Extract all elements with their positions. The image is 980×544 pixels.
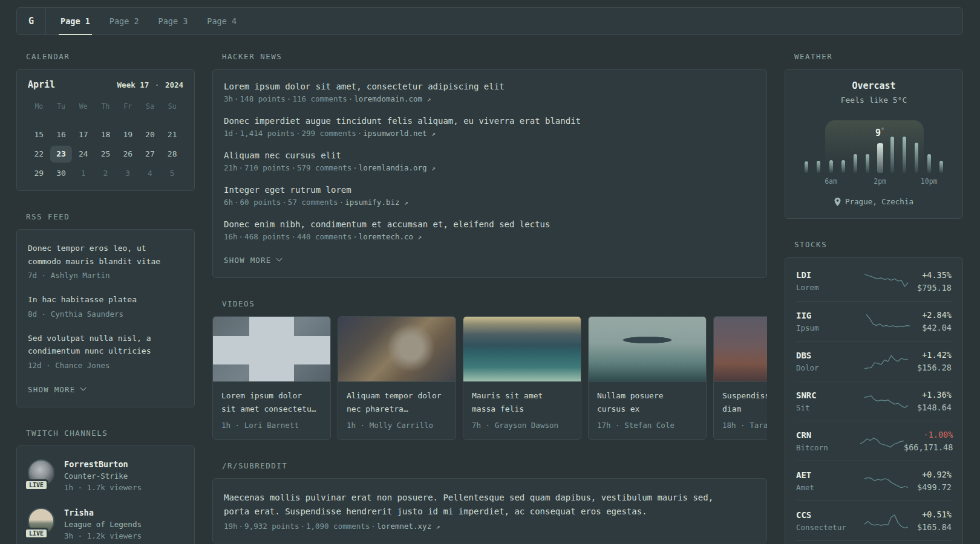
calendar-day: 21 [161,126,183,143]
stock-row: AET Amet +0.92% $499.72 [796,461,952,500]
calendar-day: 29 [28,165,50,182]
page-tab[interactable]: Page 3 [149,8,198,34]
stock-ticker-block: DBS Dolor [796,351,860,372]
weather-card: Overcast Feels like 5°C 6am9°2pm10pm Pra… [785,69,963,219]
twitch-channel-game: League of Legends [64,520,142,529]
hn-story-domain[interactable]: ipsumworld.net ↗ [363,129,436,138]
calendar-day: 4 [139,165,162,182]
video-title: Suspendisse diam [722,389,767,415]
calendar-widget: CALENDAR April Week 17 · 2024 MoTuWeThFr… [16,52,195,191]
hackernews-list: Lorem ipsum dolor sit amet, consectetur … [224,82,756,241]
hn-story-meta: 6h·60 points·57 comments·ipsumify.biz ↗ [224,198,756,207]
twitch-channel-info: ForrestBurton Counter-Strike 1h · 1.7k v… [64,459,142,492]
stock-symbol: CRN [796,430,860,440]
video-card[interactable]: Suspendisse diam 18h · Tara [713,316,767,440]
separator-dot: · [238,232,245,241]
twitch-list: LIVE ForrestBurton Counter-Strike 1h · 1… [28,459,183,544]
hn-story-points: 1,414 points [240,129,295,138]
stock-price: $156.28 [917,363,952,372]
calendar-week-word: Week [117,80,136,89]
stock-row: DBS Dolor +1.42% $156.28 [796,341,952,381]
subreddit-post-domain[interactable]: loremnet.xyz ↗ [377,522,440,531]
weather-widget: WEATHER Overcast Feels like 5°C 6am9°2pm… [785,52,963,219]
video-card[interactable]: Mauris sit amet massa felis 7h · Grayson… [463,316,581,440]
show-more-label: SHOW MORE [224,256,272,265]
hn-story-domain[interactable]: loremlandia.org ↗ [359,163,436,172]
hn-story-title[interactable]: Lorem ipsum dolor sit amet, consectetur … [224,82,756,91]
twitch-channel[interactable]: LIVE Trisha League of Legends 3h · 1.2k … [28,508,183,540]
section-label-rss: RSS FEED [16,212,195,221]
video-thumbnail[interactable] [714,317,767,382]
external-link-icon: ↗ [418,233,422,241]
hn-story-title[interactable]: Donec imperdiet augue tincidunt felis al… [224,116,756,126]
show-more-button[interactable]: SHOW MORE [224,256,281,265]
calendar-day-grid: 1516171819202122232425262728293012345 [28,126,183,182]
weather-bar [877,143,883,173]
chevron-down-icon [80,384,86,390]
section-label-subreddit: /R/SUBREDDIT [212,461,767,470]
twitch-channel-meta: 1h · 1.7k viewers [64,483,142,492]
subreddit-post-points: 9,932 points [244,522,299,531]
subreddit-post-title[interactable]: Maecenas mollis pulvinar erat non posuer… [224,493,713,516]
right-column: WEATHER Overcast Feels like 5°C 6am9°2pm… [785,52,963,544]
page-tab[interactable]: Page 4 [197,8,246,34]
hn-story-title[interactable]: Aliquam nec cursus elit [224,151,756,160]
video-thumbnail[interactable] [338,317,456,382]
calendar-day: 18 [94,126,117,143]
hn-story-domain-text: loremtech.co [359,232,413,241]
current-temp-label: 9° [875,127,884,138]
video-thumbnail[interactable] [213,317,330,382]
video-info: Lorem ipsum dolor sit amet consectetu… 1… [213,382,330,439]
hn-story-title[interactable]: Donec enim nibh, condimentum et accumsan… [224,219,756,229]
location-pin-icon [834,198,841,206]
separator-dot: · [347,94,354,103]
rss-item: Donec tempor eros leo, ut commodo mauris… [28,242,183,280]
page-tabs: Page 1Page 2Page 3Page 4 [46,8,246,34]
weather-bar-slot [913,143,920,173]
calendar-day: 22 [28,146,50,163]
calendar-weekday: Sa [139,102,162,114]
dashboard-columns: CALENDAR April Week 17 · 2024 MoTuWeThFr… [16,52,963,544]
video-meta: 17h · Stefan Cole [597,421,697,430]
rss-widget: RSS FEED Donec tempor eros leo, ut commo… [16,212,195,407]
rss-item-title[interactable]: In hac habitasse platea [28,293,183,306]
weather-bar [927,154,931,173]
rss-item-title[interactable]: Sed volutpat nulla nisl, a condimentum n… [28,332,183,358]
weather-hour-label: 2pm [874,177,886,186]
hn-story-meta: 16h·468 points·440 comments·loremtech.co… [224,232,756,241]
video-thumbnail[interactable] [589,317,706,382]
page-tab[interactable]: Page 1 [51,8,100,34]
hn-story-domain[interactable]: ipsumify.biz ↗ [345,198,408,207]
hn-story-title[interactable]: Integer eget rutrum lorem [224,185,756,195]
section-label-weather: WEATHER [785,52,963,61]
hn-story-time: 1d [224,129,233,138]
hn-story-comments: 440 comments [297,232,351,241]
weather-bar-slot [852,154,858,173]
twitch-channel[interactable]: LIVE ForrestBurton Counter-Strike 1h · 1… [28,459,183,492]
video-card[interactable]: Lorem ipsum dolor sit amet consectetu… 1… [212,316,331,440]
separator-dot: · [356,129,364,138]
hn-story-meta: 21h·710 points·579 comments·loremlandia.… [224,163,756,172]
rss-item-title[interactable]: Donec tempor eros leo, ut commodo mauris… [28,242,183,268]
external-link-icon: ↗ [436,523,440,531]
calendar-day: 23 [50,146,73,163]
video-card[interactable]: Aliquam tempor dolor nec pharetra… 1h · … [338,316,456,440]
hn-story-comments: 299 comments [301,129,356,138]
hn-story-domain[interactable]: loremdomain.com ↗ [354,94,431,103]
hn-story-comments: 57 comments [288,198,338,207]
video-title: Mauris sit amet massa felis [472,389,572,415]
video-thumbnail[interactable] [463,317,581,382]
logo[interactable]: G [17,8,46,34]
page-tab[interactable]: Page 2 [100,8,149,34]
stocks-widget: STOCKS LDI Lorem [785,240,963,544]
stock-value-block: +0.51% $165.84 [917,510,952,532]
video-card[interactable]: Nullam posuere cursus ex 17h · Stefan Co… [588,316,707,440]
separator-dot: · [233,198,240,207]
weather-hour-label: 10pm [921,177,938,186]
hn-story-domain[interactable]: loremtech.co ↗ [359,232,422,241]
external-link-icon: ↗ [431,164,436,172]
section-label-videos: VIDEOS [212,299,767,308]
show-more-button[interactable]: SHOW MORE [28,385,85,394]
stock-sparkline [860,432,904,450]
stock-sparkline [864,392,908,410]
